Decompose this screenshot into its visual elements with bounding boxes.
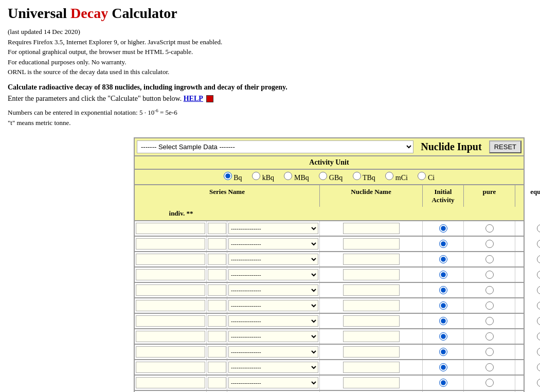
pure-radio[interactable]: [439, 348, 447, 356]
nuclide-select[interactable]: ----------------: [228, 238, 318, 250]
series-name-input[interactable]: [136, 362, 205, 373]
radio-gbq[interactable]: [319, 172, 327, 180]
radio-mci-label[interactable]: mCi: [385, 174, 409, 182]
indiv-radio[interactable]: [537, 348, 540, 356]
pure-radio[interactable]: [439, 301, 447, 310]
activity-input[interactable]: [343, 254, 400, 265]
series-extra-input[interactable]: [208, 346, 226, 358]
activity-input[interactable]: [343, 284, 400, 296]
equil-radio[interactable]: [485, 317, 494, 325]
equil-radio[interactable]: [485, 363, 494, 371]
series-name-input[interactable]: [136, 300, 205, 311]
series-extra-input[interactable]: [208, 223, 226, 234]
series-name-input[interactable]: [136, 223, 205, 234]
activity-input[interactable]: [343, 331, 400, 342]
nuclide-name-cell: ----------------: [227, 237, 320, 251]
radio-bq-label[interactable]: Bq: [224, 174, 244, 182]
equil-radio[interactable]: [485, 379, 494, 387]
nuclide-name-cell: ----------------: [227, 360, 320, 375]
indiv-radio[interactable]: [537, 363, 540, 371]
radio-kbq[interactable]: [252, 172, 260, 180]
nuclide-select[interactable]: ----------------: [228, 269, 318, 280]
series-extra-input[interactable]: [208, 331, 226, 342]
pure-radio[interactable]: [439, 224, 447, 233]
nuclide-select[interactable]: ----------------: [228, 362, 318, 373]
pure-radio[interactable]: [439, 271, 447, 279]
nuclide-select[interactable]: ----------------: [228, 284, 318, 296]
pure-radio[interactable]: [439, 286, 447, 294]
series-extra-input[interactable]: [208, 300, 226, 311]
series-name-input[interactable]: [136, 346, 205, 358]
equil-radio[interactable]: [485, 301, 494, 310]
radio-kbq-label[interactable]: kBq: [252, 174, 276, 182]
series-extra-input[interactable]: [208, 254, 226, 265]
series-extra-input[interactable]: [208, 315, 226, 327]
indiv-radio[interactable]: [537, 224, 540, 233]
indiv-radio[interactable]: [537, 240, 540, 248]
series-extra-input[interactable]: [208, 238, 226, 250]
indiv-radio[interactable]: [537, 317, 540, 325]
series-name-input[interactable]: [136, 254, 205, 265]
nuclide-select[interactable]: ----------------: [228, 300, 318, 311]
radio-bq[interactable]: [224, 172, 232, 180]
series-name-input[interactable]: [136, 331, 205, 342]
activity-input[interactable]: [343, 315, 400, 327]
indiv-radio[interactable]: [537, 271, 540, 279]
indiv-radio[interactable]: [537, 255, 540, 263]
series-extra-input[interactable]: [208, 362, 226, 373]
sample-select[interactable]: ------- Select Sample Data -------: [137, 140, 413, 153]
radio-mci[interactable]: [385, 172, 393, 180]
series-extra-cell: [207, 268, 227, 282]
indiv-radio[interactable]: [537, 286, 540, 294]
radio-tbq[interactable]: [353, 172, 361, 180]
nuclide-select[interactable]: ----------------: [228, 331, 318, 342]
radio-gbq-label[interactable]: GBq: [319, 174, 344, 182]
equil-radio[interactable]: [485, 271, 494, 279]
indiv-radio[interactable]: [537, 379, 540, 387]
nuclide-select[interactable]: ----------------: [228, 254, 318, 265]
series-name-input[interactable]: [136, 269, 205, 280]
equil-radio[interactable]: [485, 240, 494, 248]
pure-radio[interactable]: [439, 363, 447, 371]
header-series: Series Name: [135, 185, 320, 207]
activity-input[interactable]: [343, 377, 400, 388]
series-extra-input[interactable]: [208, 269, 226, 280]
indiv-radio[interactable]: [537, 332, 540, 341]
indiv-radio[interactable]: [537, 301, 540, 310]
nuclide-select[interactable]: ----------------: [228, 223, 318, 234]
equil-radio[interactable]: [485, 348, 494, 356]
radio-ci[interactable]: [418, 172, 426, 180]
series-name-input[interactable]: [136, 238, 205, 250]
equil-radio[interactable]: [485, 286, 494, 294]
series-name-input[interactable]: [136, 315, 205, 327]
series-extra-input[interactable]: [208, 377, 226, 388]
activity-input[interactable]: [343, 300, 400, 311]
pure-radio[interactable]: [439, 317, 447, 325]
activity-input[interactable]: [343, 346, 400, 358]
reset-button[interactable]: RESET: [489, 140, 521, 153]
nuclide-select[interactable]: ----------------: [228, 346, 318, 358]
equil-radio[interactable]: [485, 224, 494, 233]
radio-tbq-label[interactable]: TBq: [353, 174, 377, 182]
radio-mbq-label[interactable]: MBq: [284, 174, 311, 182]
series-name-cell: [135, 345, 207, 359]
series-name-input[interactable]: [136, 377, 205, 388]
pure-radio[interactable]: [439, 240, 447, 248]
nuclide-select[interactable]: ----------------: [228, 377, 318, 388]
radio-mbq[interactable]: [284, 172, 292, 180]
equil-radio[interactable]: [485, 332, 494, 341]
help-link[interactable]: HELP: [184, 95, 203, 102]
series-name-input[interactable]: [136, 284, 205, 296]
activity-input[interactable]: [343, 269, 400, 280]
activity-input[interactable]: [343, 238, 400, 250]
activity-input[interactable]: [343, 223, 400, 234]
equil-radio[interactable]: [485, 255, 494, 263]
nuclide-select[interactable]: ----------------: [228, 315, 318, 327]
header-equil: equil. *: [515, 185, 540, 207]
radio-ci-label[interactable]: Ci: [418, 174, 435, 182]
pure-radio[interactable]: [439, 255, 447, 263]
pure-radio[interactable]: [439, 379, 447, 387]
series-extra-input[interactable]: [208, 284, 226, 296]
pure-radio[interactable]: [439, 332, 447, 341]
activity-input[interactable]: [343, 362, 400, 373]
